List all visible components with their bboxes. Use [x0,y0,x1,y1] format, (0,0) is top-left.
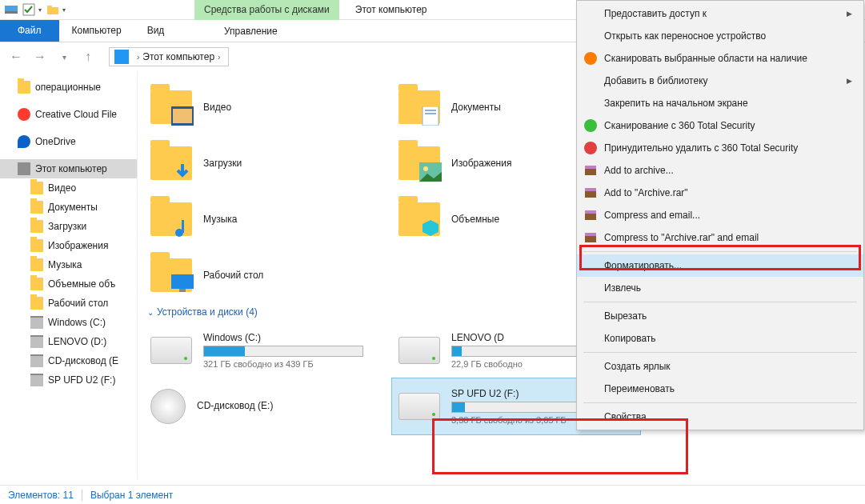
folder-icon [150,90,192,124]
folder-label: Загрузки [203,158,242,169]
tree-item[interactable]: Музыка [0,255,137,274]
chevron-right-icon[interactable]: › [137,53,139,62]
context-menu-label: Вырезать [604,310,647,322]
address-bar[interactable]: › Этот компьютер › [109,47,229,66]
tree-item[interactable]: LENOVO (D:) [0,332,137,351]
breadcrumb-root[interactable]: Этот компьютер [142,51,214,62]
drive-icon [30,335,43,348]
svg-point-17 [584,119,597,132]
drive-icon [150,337,192,364]
svg-rect-14 [171,274,194,289]
folder-icon [150,258,192,292]
tab-computer[interactable]: Компьютер [59,20,134,42]
folder-item[interactable]: Загрузки [144,135,392,191]
svg-rect-3 [47,7,58,14]
tree-item[interactable]: OneDrive [0,132,137,151]
qat-overflow-icon[interactable]: ▾ [62,6,66,14]
tree-item[interactable]: Creative Cloud File [0,105,137,124]
svg-rect-13 [182,220,184,233]
submenu-arrow-icon: ▶ [847,77,852,85]
context-menu-item[interactable]: Добавить в библиотеку▶ [577,70,863,92]
tree-item-label: CD-дисковод (E [48,355,118,366]
drive-item[interactable]: CD-дисковод (E:) [144,378,392,434]
tab-manage[interactable]: Управление [208,20,294,42]
context-menu-item[interactable]: Сканирование с 360 Total Security [577,114,863,137]
up-button[interactable]: ↑ [78,47,98,66]
folder-icon [30,220,43,233]
tree-item[interactable]: Объемные объ [0,274,137,294]
tree-item[interactable]: Изображения [0,236,137,255]
svg-rect-6 [173,109,192,123]
context-menu-label: Предоставить доступ к [604,8,707,19]
context-menu-separator [583,402,857,403]
context-menu-item[interactable]: Закрепить на начальном экране [577,92,863,114]
context-menu-label: Compress to "Archive.rar" and email [604,232,759,243]
tree-item[interactable]: Документы [0,198,137,217]
checkbox-icon[interactable] [22,3,35,16]
context-menu-item[interactable]: Открыть как переносное устройство [577,25,863,47]
context-menu-item[interactable]: Add to archive... [577,159,863,182]
folder-item[interactable]: Рабочий стол [144,247,392,303]
drive-icon [398,337,440,364]
tab-view[interactable]: Вид [134,20,178,42]
rar-icon [583,230,598,245]
context-menu-item[interactable]: Предоставить доступ к▶ [577,2,863,25]
blank-icon [583,29,598,43]
context-menu-label: Извлечь [604,282,641,294]
context-menu-item[interactable]: Создать ярлык [577,355,863,378]
blank-icon [583,281,598,295]
context-menu-item[interactable]: Извлечь [577,277,863,299]
context-menu-item[interactable]: Сканировать выбранные области на наличие [577,47,863,70]
tree-item[interactable]: операционные [0,78,137,97]
tree-item[interactable]: Загрузки [0,217,137,236]
tree-item[interactable]: SP UFD U2 (F:) [0,370,137,390]
context-menu-label: Сканирование с 360 Total Security [604,120,755,131]
folder-icon [398,90,440,124]
context-menu-item[interactable]: Add to "Archive.rar" [577,182,863,204]
chevron-right-icon[interactable]: › [218,53,220,62]
back-button[interactable]: ← [6,47,26,66]
context-menu-item[interactable]: Compress to "Archive.rar" and email [577,226,863,249]
drive-icon [30,374,43,386]
recent-dropdown-icon[interactable]: ▾ [54,47,74,66]
context-menu-item[interactable]: Переименовать [577,378,863,400]
devices-header-label: Устройства и диски (4) [157,306,258,318]
context-menu-item[interactable]: Копировать [577,327,863,350]
folder-icon [398,146,440,180]
tree-item[interactable]: CD-дисковод (E [0,351,137,370]
folder-icon [30,182,43,194]
folder-item[interactable]: Видео [144,79,392,135]
folder-icon [150,146,192,180]
new-folder-icon[interactable] [46,3,59,16]
folder-label: Рабочий стол [203,270,263,281]
folder-label: Документы [451,102,501,113]
context-menu-item[interactable]: Свойства [577,406,863,428]
folder-item[interactable]: Музыка [144,191,392,247]
contextual-tab-header: Средства работы с дисками [194,0,339,20]
tab-file[interactable]: Файл [0,20,59,42]
folder-icon [18,81,30,94]
tree-item[interactable]: Рабочий стол [0,294,137,313]
context-menu-label: Копировать [604,333,656,344]
context-menu-item[interactable]: Compress and email... [577,204,863,226]
tree-item[interactable]: Windows (C:) [0,313,137,332]
item-count: Элементов: 11 [8,490,74,501]
drive-item[interactable]: Windows (C:)321 ГБ свободно из 439 ГБ [144,322,392,378]
context-menu-label: Открыть как переносное устройство [604,30,766,42]
tree-item[interactable]: Этот компьютер [0,159,137,178]
qat-dropdown-icon[interactable]: ▾ [38,6,42,14]
forward-button[interactable]: → [30,47,50,66]
tree-item-label: Рабочий стол [48,298,108,309]
blank-icon [583,96,598,110]
context-menu-item[interactable]: Форматировать... [577,254,863,277]
svg-rect-4 [47,6,52,8]
tree-item[interactable]: Видео [0,178,137,198]
context-menu-item[interactable]: Вырезать [577,305,863,327]
svg-rect-9 [425,113,436,114]
blank-icon [583,331,598,346]
folder-label: Объемные [451,214,499,225]
context-menu-separator [583,251,857,252]
cc-icon [18,108,30,121]
context-menu-item[interactable]: Принудительно удалить с 360 Total Securi… [577,137,863,159]
folder-label: Музыка [203,214,237,225]
